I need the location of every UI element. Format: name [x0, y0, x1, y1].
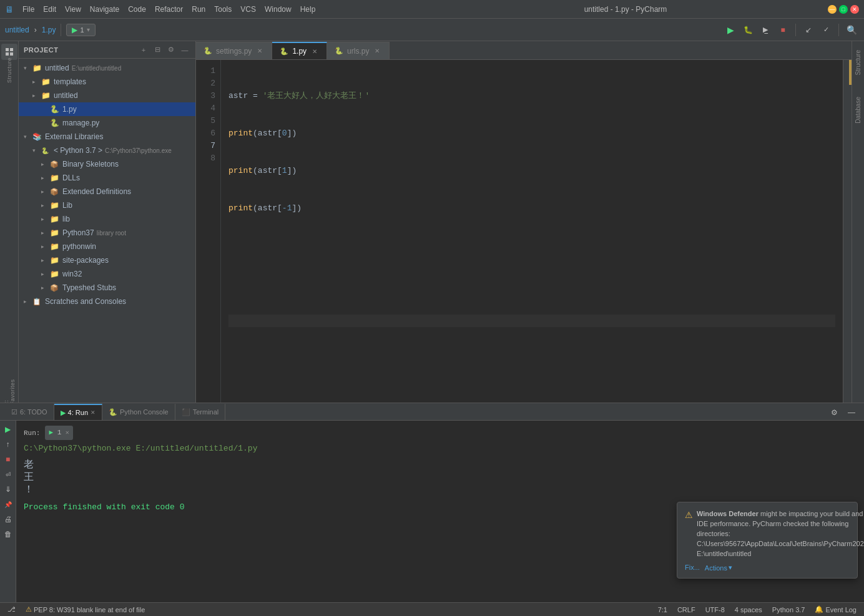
run-config-selector[interactable]: ▶ 1 ▾	[66, 24, 95, 36]
minimize-button[interactable]: —	[828, 5, 837, 14]
tree-item-templates[interactable]: ▸ 📁 templates	[19, 75, 195, 89]
bottom-minimize-button[interactable]: —	[844, 405, 859, 420]
project-settings-button[interactable]: ⚙	[165, 44, 177, 56]
tree-item-scratches[interactable]: ▸ 📋 Scratches and Consoles	[19, 295, 195, 308]
stubs-icon: 📦	[50, 160, 60, 169]
stop-button[interactable]: ■	[775, 22, 790, 37]
run-num-badge[interactable]: ▶ 1 ✕	[45, 426, 72, 440]
tab-1py[interactable]: 🐍 1.py ✕	[272, 42, 327, 59]
tab-run[interactable]: ▶ 4: Run ✕	[54, 404, 102, 420]
notification-actions-dropdown[interactable]: Actions ▾	[705, 564, 732, 572]
tree-item-manage[interactable]: 🐍 manage.py	[19, 116, 195, 130]
position-label: 7:1	[658, 606, 667, 614]
scroll-to-end-button[interactable]: ⇓	[2, 483, 14, 496]
project-panel: Project + ⊟ ⚙ — ▾ 📁 untitled E:\untitled…	[19, 41, 196, 403]
scroll-up-button[interactable]: ↑	[2, 438, 14, 451]
tab-terminal-label: Terminal	[193, 408, 219, 416]
tab-close-1py[interactable]: ✕	[310, 47, 319, 56]
maximize-button[interactable]: □	[839, 5, 848, 14]
close-button[interactable]: ✕	[850, 5, 859, 14]
tab-python-console[interactable]: 🐍 Python Console	[102, 404, 175, 420]
menu-tools[interactable]: Tools	[210, 4, 235, 15]
run-command-line: C:\Python37\python.exe E:/untitled/untit…	[24, 442, 857, 455]
folder-icon: 📁	[50, 256, 60, 265]
tab-terminal[interactable]: ⬛ Terminal	[175, 404, 226, 420]
tab-close-settings[interactable]: ✕	[255, 47, 264, 56]
update-project-button[interactable]: ↙	[801, 22, 816, 37]
hide-panel-button[interactable]: —	[179, 44, 190, 56]
tab-close-urls[interactable]: ✕	[373, 47, 381, 56]
pep8-warning[interactable]: ⚠ PEP 8: W391 blank line at end of file	[23, 605, 147, 614]
tree-item-1py[interactable]: 🐍 1.py	[19, 102, 195, 116]
pin-tab-button[interactable]: 📌	[2, 498, 14, 511]
menu-refactor[interactable]: Refactor	[151, 4, 187, 15]
code-line-4: print(astr[-1])	[228, 202, 835, 215]
menu-view[interactable]: View	[61, 4, 85, 15]
tree-item-untitled-root[interactable]: ▾ 📁 untitled E:\untitled\untitled	[19, 61, 195, 75]
run-num-close[interactable]: ✕	[66, 429, 69, 436]
tree-item-extended-defs[interactable]: ▸ 📦 Extended Definitions	[19, 185, 195, 198]
menu-edit[interactable]: Edit	[39, 4, 60, 15]
tree-item-pythonwin[interactable]: ▸ 📁 pythonwin	[19, 240, 195, 253]
restart-run-button[interactable]: ▶	[2, 423, 14, 436]
expand-arrow: ▸	[41, 257, 50, 263]
menu-run[interactable]: Run	[188, 4, 209, 15]
menu-help[interactable]: Help	[297, 4, 320, 15]
run-header: Run: ▶ 1 ✕	[24, 426, 857, 440]
notification-fix-link[interactable]: Fix...	[685, 564, 700, 572]
tree-item-extra: C:\Python37\python.exe	[105, 147, 172, 154]
tree-item-python37[interactable]: ▾ 🐍 < Python 3.7 > C:\Python37\python.ex…	[19, 144, 195, 157]
favorites-button[interactable]: 2: Favorites	[1, 384, 17, 400]
debug-button[interactable]: 🐛	[740, 22, 755, 37]
activity-bar-bottom: 2: Favorites	[1, 384, 17, 400]
search-everywhere-button[interactable]: 🔍	[844, 22, 859, 37]
code-content[interactable]: astr = '老王大好人，人好大老王！' print(astr[0]) pri…	[221, 60, 843, 403]
cursor-position[interactable]: 7:1	[655, 606, 670, 614]
structure-view-button[interactable]: Structure	[1, 62, 17, 79]
bottom-settings-button[interactable]: ⚙	[827, 405, 842, 420]
indent-label: 4 spaces	[735, 606, 762, 614]
run-tab-close[interactable]: ✕	[91, 409, 96, 416]
git-branch-status[interactable]: ⎇	[5, 605, 18, 614]
structure-panel-button[interactable]: Structure	[853, 46, 863, 79]
line-separator[interactable]: CRLF	[675, 606, 698, 614]
tree-item-binary-skeletons[interactable]: ▸ 📦 Binary Skeletons	[19, 157, 195, 171]
expand-arrow: ▸	[41, 271, 50, 277]
menu-code[interactable]: Code	[124, 4, 150, 15]
menu-navigate[interactable]: Navigate	[86, 4, 123, 15]
menu-vcs[interactable]: VCS	[237, 4, 260, 15]
python-interpreter-status[interactable]: Python 3.7	[770, 606, 808, 614]
editor-tabs: 🐍 settings.py ✕ 🐍 1.py ✕ 🐍 urls.py ✕	[196, 41, 852, 60]
notification-header: ⚠ Windows Defender might be impacting yo…	[685, 509, 850, 559]
soft-wrap-button[interactable]: ⏎	[2, 468, 14, 481]
tab-todo[interactable]: ☑ 6: TODO	[5, 404, 54, 420]
tree-item-lib-low[interactable]: ▸ 📁 lib	[19, 212, 195, 226]
folder-icon: 📁	[50, 242, 60, 251]
tab-urls[interactable]: 🐍 urls.py ✕	[327, 42, 390, 59]
file-encoding[interactable]: UTF-8	[703, 606, 727, 614]
expand-arrow: ▾	[32, 147, 41, 154]
tree-item-lib-cap[interactable]: ▸ 📁 Lib	[19, 198, 195, 212]
stop-process-button[interactable]: ■	[2, 453, 14, 466]
print-button[interactable]: 🖨	[2, 513, 14, 526]
event-log-button[interactable]: 🔔 Event Log	[812, 605, 859, 614]
clear-output-button[interactable]: 🗑	[2, 528, 14, 540]
run-coverage-button[interactable]: ▶̲	[758, 22, 773, 37]
tree-item-untitled-sub[interactable]: ▸ 📁 untitled	[19, 89, 195, 102]
commit-button[interactable]: ✓	[818, 22, 833, 37]
menu-file[interactable]: File	[19, 4, 38, 15]
menu-window[interactable]: Window	[261, 4, 295, 15]
tab-settings[interactable]: 🐍 settings.py ✕	[196, 42, 272, 59]
tree-item-python37-lib[interactable]: ▸ 📁 Python37 library root	[19, 226, 195, 240]
tree-item-external-libs[interactable]: ▾ 📚 External Libraries	[19, 130, 195, 144]
tree-item-typeshed[interactable]: ▸ 📦 Typeshed Stubs	[19, 281, 195, 295]
tree-item-dlls[interactable]: ▸ 📁 DLLs	[19, 171, 195, 185]
editor-scrollbar[interactable]	[843, 60, 852, 403]
run-button[interactable]: ▶	[723, 22, 738, 37]
tree-item-win32[interactable]: ▸ 📁 win32	[19, 267, 195, 281]
database-panel-button[interactable]: Database	[853, 93, 863, 127]
add-content-root-button[interactable]: +	[138, 44, 149, 56]
indent-settings[interactable]: 4 spaces	[732, 606, 765, 614]
collapse-all-button[interactable]: ⊟	[152, 44, 163, 56]
tree-item-site-packages[interactable]: ▸ 📁 site-packages	[19, 253, 195, 267]
